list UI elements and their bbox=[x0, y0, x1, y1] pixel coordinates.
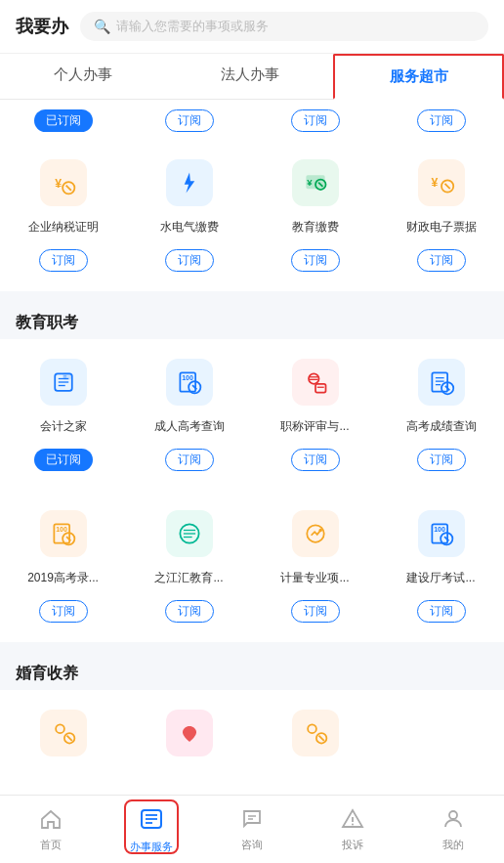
work-svg bbox=[138, 805, 165, 833]
subscribe-button[interactable]: 订阅 bbox=[417, 109, 466, 132]
service-icon-measure bbox=[292, 510, 339, 557]
list-item bbox=[378, 700, 504, 798]
tab-personal[interactable]: 个人办事 bbox=[0, 54, 167, 99]
page-title: 我要办 bbox=[16, 15, 68, 38]
list-item: ¥ 财政电子票据 订阅 bbox=[378, 150, 504, 281]
subscribe-button[interactable]: 订阅 bbox=[417, 449, 466, 471]
gaokao-icon bbox=[428, 368, 455, 396]
nav-label-complain: 投诉 bbox=[342, 838, 363, 852]
subscribe-button[interactable]: 订阅 bbox=[291, 249, 340, 272]
svg-text:¥: ¥ bbox=[431, 176, 438, 190]
user-icon bbox=[441, 807, 465, 835]
subscribe-button[interactable]: 订阅 bbox=[291, 600, 340, 623]
service-name: 水电气缴费 bbox=[160, 212, 219, 243]
home-svg bbox=[39, 807, 63, 831]
nav-item-mine[interactable]: 我的 bbox=[403, 796, 504, 863]
nav-item-consult[interactable]: 咨询 bbox=[201, 796, 302, 863]
tax-icon: ¥ bbox=[50, 169, 77, 196]
measure-icon bbox=[302, 520, 329, 547]
list-item: 订阅 bbox=[252, 106, 378, 136]
subscribed-button[interactable]: 已订阅 bbox=[34, 109, 93, 132]
list-item: ¥ 教育缴费 订阅 bbox=[252, 150, 378, 281]
svg-point-49 bbox=[308, 724, 316, 733]
edu-pay-icon: ¥ bbox=[302, 169, 329, 196]
tab-legal[interactable]: 法人办事 bbox=[167, 54, 334, 99]
user-svg bbox=[441, 807, 465, 831]
service-name: 高考成绩查询 bbox=[406, 411, 477, 443]
list-item: 之江汇教育... 订阅 bbox=[126, 500, 252, 632]
chat-svg bbox=[240, 807, 264, 831]
nav-item-home[interactable]: 首页 bbox=[0, 796, 101, 863]
svg-line-48 bbox=[66, 736, 71, 741]
ticket-icon: ¥ bbox=[428, 169, 455, 196]
marriage3-icon bbox=[302, 719, 329, 747]
svg-line-2 bbox=[65, 186, 70, 191]
subscribe-button[interactable]: 订阅 bbox=[39, 249, 88, 272]
service-icon-adult-exam: 100 bbox=[166, 359, 213, 406]
marriage2-icon bbox=[176, 719, 203, 747]
accounting-icon: ≡ bbox=[50, 368, 77, 396]
utility-icon bbox=[176, 169, 203, 196]
subscribe-button[interactable]: 订阅 bbox=[165, 449, 214, 471]
svg-point-46 bbox=[56, 724, 64, 733]
tab-bar: 个人办事 法人办事 服务超市 bbox=[0, 54, 504, 100]
subscribe-button[interactable]: 订阅 bbox=[39, 600, 88, 623]
section-label-education: 教育职考 bbox=[0, 299, 504, 339]
svg-point-59 bbox=[352, 823, 354, 825]
finance-service-grid: ¥ 企业纳税证明 订阅 水电气缴费 订阅 ¥ bbox=[0, 140, 504, 291]
marriage1-icon bbox=[50, 719, 77, 747]
nav-label-work: 办事服务 bbox=[130, 840, 173, 854]
list-item: 水电气缴费 订阅 bbox=[126, 150, 252, 281]
subscribe-button[interactable]: 订阅 bbox=[165, 249, 214, 272]
nav-label-home: 首页 bbox=[40, 838, 62, 852]
service-icon-marriage3 bbox=[292, 710, 339, 756]
subscribe-button[interactable]: 订阅 bbox=[165, 600, 214, 623]
tab-market[interactable]: 服务超市 bbox=[333, 54, 504, 100]
svg-rect-52 bbox=[142, 810, 161, 828]
service-name: 建设厅考试... bbox=[406, 563, 475, 594]
service-name: 之江汇教育... bbox=[154, 563, 223, 594]
svg-text:100: 100 bbox=[182, 374, 193, 381]
alert-icon bbox=[341, 807, 364, 835]
service-icon-marriage2 bbox=[166, 710, 213, 756]
search-bar[interactable]: 🔍 请输入您需要的事项或服务 bbox=[80, 12, 488, 41]
search-placeholder-text: 请输入您需要的事项或服务 bbox=[116, 18, 269, 35]
gaokao2019-icon: 100 bbox=[50, 520, 77, 547]
section-divider bbox=[0, 642, 504, 650]
header: 我要办 🔍 请输入您需要的事项或服务 bbox=[0, 0, 504, 54]
subscribe-button[interactable]: 订阅 bbox=[291, 109, 340, 132]
service-name: 2019高考录... bbox=[27, 563, 99, 594]
service-icon-utility bbox=[166, 159, 213, 206]
top-subscribed-row: 已订阅 订阅 订阅 订阅 bbox=[0, 100, 504, 140]
zhijiang-icon bbox=[176, 520, 203, 547]
svg-point-21 bbox=[309, 373, 319, 384]
svg-marker-3 bbox=[184, 173, 194, 194]
list-item: 已订阅 bbox=[0, 106, 126, 136]
service-name: 教育缴费 bbox=[292, 212, 339, 243]
svg-rect-24 bbox=[315, 384, 326, 393]
svg-text:¥: ¥ bbox=[307, 177, 313, 188]
list-item: ≡ 会计之家 已订阅 bbox=[0, 349, 126, 481]
subscribe-button[interactable]: 订阅 bbox=[165, 109, 214, 132]
section-label-marriage: 婚育收养 bbox=[0, 650, 504, 690]
subscribe-button[interactable]: 订阅 bbox=[417, 600, 466, 623]
bottom-nav: 首页 办事服务 咨询 bbox=[0, 795, 504, 863]
svg-point-41 bbox=[318, 529, 322, 533]
subscribed-button[interactable]: 已订阅 bbox=[34, 449, 93, 471]
education-service-grid-row1: ≡ 会计之家 已订阅 100 成人高考查询 订阅 bbox=[0, 339, 504, 491]
chat-icon bbox=[240, 807, 264, 835]
nav-item-work[interactable]: 办事服务 bbox=[101, 796, 201, 863]
service-icon-accounting: ≡ bbox=[40, 359, 87, 406]
list-item: 职称评审与... 订阅 bbox=[252, 349, 378, 481]
list-item: 高考成绩查询 订阅 bbox=[378, 349, 504, 481]
svg-point-60 bbox=[449, 811, 457, 819]
svg-text:¥: ¥ bbox=[55, 177, 62, 191]
nav-item-complain[interactable]: 投诉 bbox=[303, 796, 403, 863]
construction-icon: 100 bbox=[428, 520, 455, 547]
service-icon-marriage1 bbox=[40, 710, 87, 756]
work-icon bbox=[138, 805, 165, 837]
subscribe-button[interactable]: 订阅 bbox=[417, 249, 466, 272]
alert-svg bbox=[341, 807, 364, 831]
subscribe-button[interactable]: 订阅 bbox=[291, 449, 340, 471]
service-icon-ticket: ¥ bbox=[418, 159, 465, 206]
